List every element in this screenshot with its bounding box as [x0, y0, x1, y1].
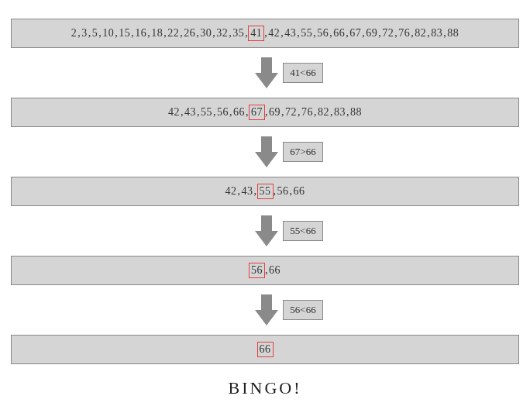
- number: 83: [333, 105, 346, 119]
- bingo-label: BINGO!: [229, 378, 302, 398]
- number: 56: [277, 184, 290, 198]
- number: 72: [284, 105, 298, 119]
- number: 43: [284, 26, 297, 40]
- num-seq-3: 56,66: [249, 263, 281, 278]
- number: 83: [430, 26, 443, 40]
- number: 67: [349, 26, 362, 40]
- number: 35: [232, 26, 245, 40]
- number: 32: [215, 26, 229, 40]
- number: 26: [183, 26, 196, 40]
- highlighted-number: 67: [249, 105, 265, 120]
- comparison-label-0: 41<66: [283, 63, 322, 83]
- highlighted-number: 66: [257, 342, 274, 357]
- number: 16: [134, 26, 147, 40]
- number: 66: [293, 184, 306, 198]
- number: 88: [349, 105, 363, 119]
- highlighted-number: 56: [249, 263, 265, 278]
- number: 3: [81, 26, 88, 40]
- highlighted-number: 55: [257, 184, 274, 199]
- comparison-label-2: 55<66: [283, 221, 322, 241]
- number: 56: [316, 26, 329, 40]
- array-box-0: 2,3,5,10,15,16,18,22,26,30,32,35,41,42,4…: [11, 19, 519, 48]
- number: 42: [225, 184, 238, 198]
- number: 30: [199, 26, 212, 40]
- down-arrow-icon: [253, 56, 280, 90]
- number: 2: [71, 26, 78, 40]
- arrow-section-3: 56<66: [11, 293, 519, 327]
- num-seq-1: 42,43,55,56,66,67,69,72,76,82,83,88: [167, 105, 363, 120]
- number: 82: [414, 26, 427, 40]
- comparison-label-3: 56<66: [283, 300, 322, 320]
- number: 72: [381, 26, 394, 40]
- num-seq-2: 42,43,55,56,66: [225, 184, 306, 199]
- array-box-2: 42,43,55,56,66: [11, 177, 519, 206]
- number: 76: [398, 26, 411, 40]
- num-seq-4: 66: [257, 342, 274, 357]
- comparison-label-1: 67>66: [283, 142, 322, 162]
- number: 76: [301, 105, 314, 119]
- array-box-1: 42,43,55,56,66,67,69,72,76,82,83,88: [11, 98, 519, 127]
- number: 66: [332, 26, 346, 40]
- number: 42: [267, 26, 280, 40]
- number: 42: [167, 105, 181, 119]
- down-arrow-icon: [253, 214, 280, 248]
- down-arrow-icon: [253, 293, 280, 327]
- number: 66: [232, 105, 246, 119]
- array-box-3: 56,66: [11, 256, 519, 285]
- number: 55: [300, 26, 313, 40]
- number: 56: [216, 105, 229, 119]
- array-box-4: 66: [11, 335, 519, 364]
- number: 10: [102, 26, 115, 40]
- number: 5: [91, 26, 99, 40]
- number: 43: [241, 184, 254, 198]
- arrow-section-1: 67>66: [11, 135, 519, 169]
- arrow-section-2: 55<66: [11, 214, 519, 248]
- number: 22: [167, 26, 180, 40]
- number: 43: [184, 105, 197, 119]
- num-seq-0: 2,3,5,10,15,16,18,22,26,30,32,35,41,42,4…: [71, 26, 460, 41]
- down-arrow-icon: [253, 135, 280, 169]
- number: 69: [365, 26, 378, 40]
- number: 88: [446, 26, 459, 40]
- number: 82: [317, 105, 330, 119]
- number: 15: [118, 26, 131, 40]
- arrow-section-0: 41<66: [11, 56, 519, 90]
- number: 69: [268, 105, 281, 119]
- number: 55: [200, 105, 213, 119]
- number: 66: [268, 263, 281, 277]
- number: 18: [150, 26, 163, 40]
- highlighted-number: 41: [248, 26, 264, 41]
